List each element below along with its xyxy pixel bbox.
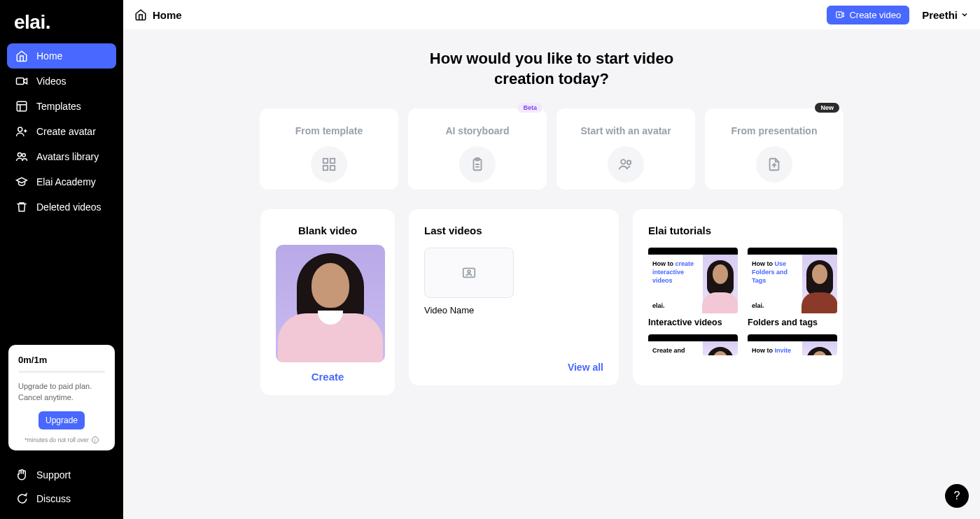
breadcrumb-label: Home	[153, 9, 182, 21]
home-icon	[15, 50, 28, 62]
start-card-template[interactable]: From template	[260, 108, 398, 190]
primary-nav: Home Videos Templates Create avatar Avat…	[7, 43, 116, 345]
start-card-title: Start with an avatar	[580, 125, 671, 136]
hero-title: How would you like to start video creati…	[412, 49, 692, 89]
hero: How would you like to start video creati…	[412, 49, 692, 89]
user-name: Preethi	[922, 9, 958, 21]
templates-icon	[15, 100, 28, 113]
avatar-preview[interactable]	[276, 245, 385, 362]
sidebar-item-avatars-library[interactable]: Avatars library	[7, 144, 116, 169]
svg-rect-9	[330, 166, 335, 170]
sidebar-item-label: Create avatar	[36, 126, 96, 137]
trash-icon	[15, 201, 28, 213]
svg-point-13	[627, 161, 631, 165]
sidebar-item-home[interactable]: Home	[7, 43, 116, 69]
panel-title: Last videos	[424, 225, 603, 236]
sidebar: elai. Home Videos Templates Create avata…	[0, 0, 123, 519]
video-name: Video Name	[424, 305, 603, 315]
beta-badge: Beta	[517, 103, 542, 113]
panel-title: Blank video	[276, 225, 379, 236]
id-card-icon	[461, 265, 477, 280]
support-icon	[15, 469, 28, 481]
sidebar-item-create-avatar[interactable]: Create avatar	[7, 119, 116, 144]
svg-rect-7	[330, 159, 335, 163]
upgrade-button[interactable]: Upgrade	[38, 411, 85, 429]
main: Home Create video Preethi How would you …	[123, 0, 980, 519]
user-menu[interactable]: Preethi	[922, 9, 969, 21]
home-icon	[134, 8, 147, 21]
view-all-link[interactable]: View all	[424, 362, 603, 373]
sidebar-item-label: Elai Academy	[36, 176, 96, 187]
sidebar-item-videos[interactable]: Videos	[7, 69, 116, 94]
brand-logo: elai.	[7, 8, 116, 43]
panels-row: Blank video Create Last videos Video Nam…	[123, 209, 980, 395]
sidebar-item-label: Support	[36, 469, 71, 481]
sidebar-item-label: Deleted videos	[36, 201, 102, 213]
svg-point-2	[18, 127, 22, 131]
video-icon	[15, 75, 28, 87]
tutorial-thumb: How to Use Folders and Tags elai.	[748, 248, 837, 313]
tutorial-label: Interactive videos	[648, 318, 738, 327]
video-item[interactable]: Video Name	[424, 248, 603, 315]
content-area: How would you like to start video creati…	[123, 29, 980, 519]
tutorial-item[interactable]: How to Invite your	[748, 334, 837, 355]
create-video-button[interactable]: Create video	[827, 6, 909, 24]
panel-tutorials: Elai tutorials How to create interactive…	[633, 209, 843, 385]
start-cards-row: From template Beta AI storyboard Start w…	[123, 108, 980, 190]
academy-icon	[15, 176, 28, 188]
sidebar-item-support[interactable]: Support	[7, 463, 116, 487]
sidebar-item-academy[interactable]: Elai Academy	[7, 169, 116, 194]
svg-point-15	[468, 271, 470, 273]
bottom-nav: Support Discuss	[7, 463, 116, 511]
upgrade-card: 0m/1m Upgrade to paid plan. Cancel anyti…	[8, 345, 115, 450]
panel-title: Elai tutorials	[648, 225, 827, 236]
tutorial-item[interactable]: How to Use Folders and Tags elai. Folder…	[748, 248, 837, 327]
upgrade-progress-bar	[18, 371, 105, 373]
info-icon[interactable]: i	[92, 436, 99, 443]
start-card-presentation[interactable]: New From presentation	[705, 108, 844, 190]
upgrade-footnote: *minutes do not roll over i	[18, 436, 105, 443]
tutorial-thumb: Create and Publish	[648, 334, 738, 355]
start-card-avatar[interactable]: Start with an avatar	[556, 108, 695, 190]
new-badge: New	[815, 103, 839, 113]
sidebar-item-label: Discuss	[36, 493, 71, 504]
discuss-icon	[15, 492, 28, 505]
topbar: Home Create video Preethi	[123, 0, 980, 29]
start-card-title: From presentation	[732, 125, 818, 136]
people-icon	[608, 146, 644, 183]
start-card-title: AI storyboard	[445, 125, 509, 136]
svg-point-12	[621, 159, 625, 164]
tutorial-thumb: How to create interactive videos elai.	[648, 248, 738, 313]
grid-icon	[311, 146, 347, 183]
panel-last-videos: Last videos Video Name View all	[409, 209, 619, 385]
start-card-storyboard[interactable]: Beta AI storyboard	[408, 108, 547, 190]
create-blank-button[interactable]: Create	[276, 371, 379, 383]
tutorial-item[interactable]: Create and Publish	[648, 334, 738, 355]
sidebar-item-discuss[interactable]: Discuss	[7, 487, 116, 511]
create-video-icon	[835, 10, 845, 20]
svg-rect-0	[17, 78, 24, 85]
sidebar-item-label: Home	[36, 50, 62, 62]
sidebar-item-label: Templates	[36, 101, 81, 112]
tutorial-item[interactable]: How to create interactive videos elai. I…	[648, 248, 738, 327]
svg-rect-8	[323, 166, 328, 170]
tutorial-label: Folders and tags	[748, 318, 837, 327]
upgrade-text: Upgrade to paid plan. Cancel anytime.	[18, 381, 105, 403]
panel-blank-video: Blank video Create	[260, 209, 395, 395]
create-avatar-icon	[15, 125, 28, 138]
breadcrumb: Home	[134, 8, 182, 21]
avatars-library-icon	[15, 150, 28, 163]
svg-rect-6	[323, 159, 328, 163]
help-fab[interactable]: ?	[945, 484, 969, 508]
sidebar-item-templates[interactable]: Templates	[7, 94, 116, 119]
chevron-down-icon	[960, 10, 969, 19]
upgrade-minutes: 0m/1m	[18, 355, 105, 365]
svg-rect-1	[17, 101, 27, 111]
file-upload-icon	[756, 146, 792, 183]
sidebar-item-deleted[interactable]: Deleted videos	[7, 194, 116, 220]
sidebar-item-label: Avatars library	[36, 151, 99, 162]
start-card-title: From template	[295, 125, 363, 136]
svg-point-3	[18, 152, 21, 156]
tutorial-thumb: How to Invite your	[748, 334, 837, 355]
svg-point-4	[22, 154, 26, 157]
